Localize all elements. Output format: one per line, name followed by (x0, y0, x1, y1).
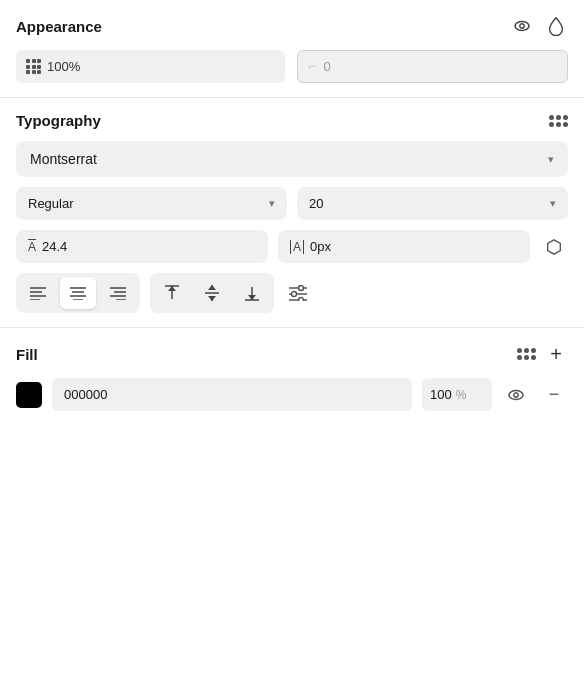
font-weight-chevron: ▾ (269, 197, 275, 210)
font-weight-dropdown[interactable]: Regular ▾ (16, 187, 287, 220)
corner-value: 0 (324, 59, 331, 74)
fill-header-controls: + (517, 342, 568, 366)
letter-spacing-box[interactable]: A 0px (278, 230, 530, 263)
appearance-controls: 100% ⌐ 0 (16, 50, 568, 83)
font-style-row: Regular ▾ 20 ▾ (16, 187, 568, 220)
opacity-box[interactable]: 100% (16, 50, 285, 83)
svg-point-29 (299, 286, 304, 291)
advanced-options-icon[interactable] (540, 233, 568, 261)
alignment-row (16, 273, 568, 313)
font-size-value: 20 (309, 196, 323, 211)
text-options-sliders-icon[interactable] (284, 279, 312, 307)
font-weight-value: Regular (28, 196, 74, 211)
line-height-box[interactable]: A 24.4 (16, 230, 268, 263)
align-center-btn[interactable] (60, 277, 96, 309)
text-align-group (16, 273, 140, 313)
valign-top-btn[interactable] (154, 277, 190, 309)
svg-marker-21 (208, 285, 216, 290)
fill-color-hex: 000000 (64, 387, 107, 402)
add-fill-button[interactable]: + (544, 342, 568, 366)
valign-middle-btn[interactable] (194, 277, 230, 309)
svg-point-30 (292, 292, 297, 297)
align-left-btn[interactable] (20, 277, 56, 309)
fill-options-icon[interactable] (517, 348, 536, 360)
letter-spacing-icon: A (290, 240, 304, 254)
fill-visibility-toggle[interactable] (502, 381, 530, 409)
svg-point-32 (509, 390, 523, 399)
font-family-value: Montserrat (30, 151, 97, 167)
font-family-dropdown[interactable]: Montserrat ▾ (16, 141, 568, 177)
fill-color-swatch[interactable] (16, 382, 42, 408)
visibility-icon[interactable] (510, 14, 534, 38)
svg-point-33 (514, 392, 518, 396)
opacity-grid-icon (26, 59, 41, 74)
fill-color-value-box[interactable]: 000000 (52, 378, 412, 411)
appearance-title: Appearance (16, 18, 102, 35)
typography-options-icon[interactable] (549, 115, 568, 127)
corner-radius-box[interactable]: ⌐ 0 (297, 50, 568, 83)
svg-marker-2 (548, 239, 561, 253)
font-size-box[interactable]: 20 ▾ (297, 187, 568, 220)
fill-opacity-value: 100 (430, 387, 452, 402)
svg-point-0 (515, 22, 529, 31)
metrics-row: A 24.4 A 0px (16, 230, 568, 263)
corner-radius-icon: ⌐ (308, 59, 316, 74)
line-height-icon: A (28, 240, 36, 254)
align-right-btn[interactable] (100, 277, 136, 309)
appearance-header: Appearance (16, 14, 568, 38)
fill-opacity-box[interactable]: 100 % (422, 378, 492, 411)
fill-drop-icon[interactable] (544, 14, 568, 38)
fill-section: Fill + 000000 100 % − (0, 328, 584, 425)
fill-title: Fill (16, 346, 38, 363)
vertical-align-group (150, 273, 274, 313)
appearance-header-icons (510, 14, 568, 38)
valign-bottom-btn[interactable] (234, 277, 270, 309)
opacity-value: 100% (47, 59, 80, 74)
typography-header: Typography (16, 112, 568, 129)
typography-section: Typography Montserrat ▾ Regular ▾ 20 ▾ A… (0, 98, 584, 328)
fill-header: Fill + (16, 342, 568, 366)
svg-marker-22 (208, 296, 216, 301)
fill-row: 000000 100 % − (16, 378, 568, 411)
typography-title: Typography (16, 112, 101, 129)
font-size-chevron: ▾ (550, 197, 556, 210)
appearance-section: Appearance 100% (0, 0, 584, 98)
line-height-value: 24.4 (42, 239, 67, 254)
fill-opacity-symbol: % (456, 388, 467, 402)
remove-fill-button[interactable]: − (540, 381, 568, 409)
letter-spacing-value: 0px (310, 239, 331, 254)
font-family-chevron: ▾ (548, 153, 554, 166)
svg-point-1 (520, 24, 524, 28)
svg-point-31 (299, 298, 304, 302)
